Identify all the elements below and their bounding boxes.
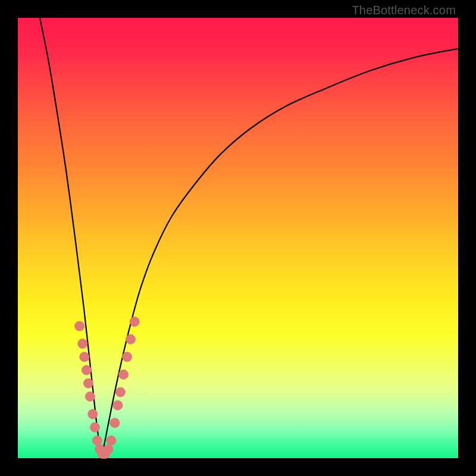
highlight-dot — [75, 321, 84, 331]
highlight-dot — [104, 444, 113, 454]
highlight-dot — [110, 418, 120, 428]
highlight-dot — [82, 365, 91, 375]
highlight-dot — [85, 392, 95, 401]
highlight-dot — [119, 369, 129, 379]
highlight-dot — [130, 317, 139, 327]
highlight-dot — [113, 400, 123, 410]
highlight-dot — [126, 334, 135, 344]
plot-area — [18, 18, 458, 458]
highlight-dot — [80, 352, 89, 362]
watermark-text: TheBottleneck.com — [352, 4, 456, 17]
highlight-dots-group — [75, 317, 140, 459]
highlight-dot — [78, 339, 87, 349]
highlight-dot — [88, 409, 98, 419]
highlight-dot — [115, 387, 125, 397]
chart-frame: TheBottleneck.com — [0, 0, 476, 476]
bottleneck-curve-svg — [18, 18, 458, 458]
curve-right-branch — [102, 49, 458, 458]
highlight-dot — [107, 436, 116, 445]
highlight-dot — [90, 422, 100, 432]
highlight-dot — [92, 436, 102, 445]
highlight-dot — [83, 378, 93, 388]
highlight-dot — [123, 352, 132, 362]
